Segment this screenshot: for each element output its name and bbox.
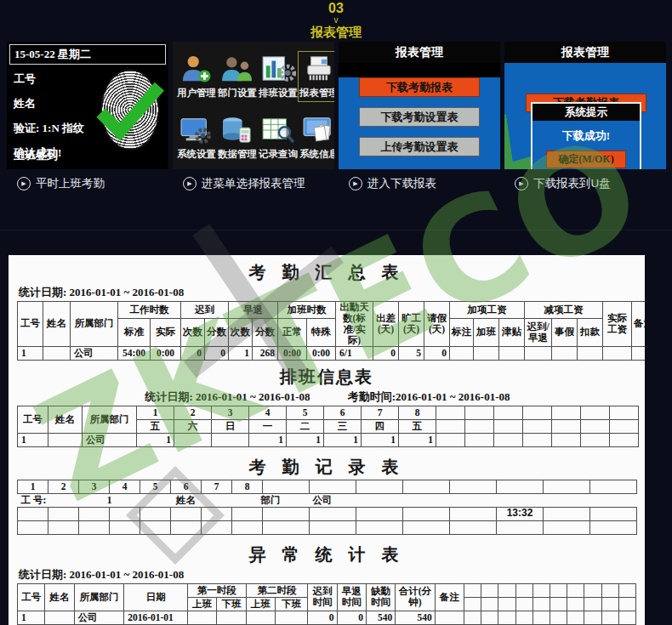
department-settings-icon <box>219 54 255 83</box>
table-cell: 实际 <box>151 318 181 346</box>
table-cell <box>403 507 450 520</box>
download-attendance-setting-button[interactable]: 下载考勤设置表 <box>359 107 480 127</box>
table-cell: 合计(分钟) <box>396 583 435 611</box>
table-cell <box>310 480 356 493</box>
table-cell: 所属部门 <box>71 302 118 347</box>
table-cell <box>140 507 171 520</box>
page-header: 03 v 报表管理 <box>0 0 672 39</box>
table-cell: 公司 <box>310 493 450 507</box>
table-row: 工号姓名所属部门工作时数迟到早退加班时数出勤天数(标准/实际)出差(天)旷工(天… <box>18 302 646 319</box>
table-cell: 0 <box>205 346 229 360</box>
table-cell <box>567 583 584 597</box>
table-cell: 工作时数 <box>118 302 181 319</box>
table-cell: 事假 <box>552 318 578 346</box>
checkin-state-label: 上班签到 <box>14 148 58 163</box>
dialog-ok-button[interactable]: 确定(M/OK) <box>546 151 626 168</box>
play-icon: ▶ <box>17 177 31 190</box>
table-cell: 公司 <box>74 611 124 624</box>
table-cell: 扣款 <box>578 318 603 346</box>
table-cell: 日期 <box>124 583 188 611</box>
table-cell: 下班 <box>275 597 307 611</box>
table-cell: 1 <box>137 433 174 446</box>
table-cell <box>584 583 601 597</box>
caption-open-menu: ▶ 进菜单选择报表管理 <box>173 176 334 191</box>
table-cell <box>187 611 216 624</box>
table-cell <box>464 597 481 611</box>
table-cell: 五 <box>137 419 174 433</box>
table-cell <box>232 520 263 534</box>
data-management-icon <box>219 116 255 145</box>
table-cell: 8 <box>399 406 436 419</box>
table-cell <box>532 611 550 624</box>
table-cell <box>450 507 497 520</box>
table-cell <box>515 597 532 611</box>
table-cell <box>436 406 465 419</box>
table-cell: 6 <box>324 406 362 419</box>
table-cell <box>552 433 581 446</box>
table-cell: 0:00 <box>151 346 181 360</box>
down-arrow: v <box>0 16 672 26</box>
table-cell: 1 <box>287 433 324 446</box>
menu-item-label: 记录查询 <box>259 148 298 161</box>
table-cell: 1 <box>18 480 48 493</box>
table-cell: 工 号: <box>18 493 79 507</box>
table-cell: 1 <box>362 433 399 446</box>
table-cell: 工号 <box>18 583 45 611</box>
table-cell <box>494 406 523 419</box>
caption-download-to-usb: ▶ 下载报表到U盘 <box>504 176 666 191</box>
menu-item-department-settings[interactable]: 部门设置 <box>217 52 258 101</box>
table-cell: 三 <box>324 419 362 433</box>
table-cell <box>202 520 232 534</box>
table-cell: 次数 <box>229 318 253 346</box>
table-cell: 二 <box>287 419 324 433</box>
table-cell <box>232 507 263 520</box>
dialog-title: 系统提示 <box>532 104 640 121</box>
step-number: 03 <box>0 2 672 16</box>
page-title: 报表管理 <box>0 26 672 39</box>
table-cell <box>497 520 544 534</box>
table-cell <box>171 507 202 520</box>
table-cell <box>356 520 403 534</box>
table-cell: 3 <box>212 406 249 419</box>
table-cell: 工号 <box>18 302 43 347</box>
table-cell: 4 <box>110 480 140 493</box>
table-cell: 3 <box>79 480 110 493</box>
table-cell: 正常 <box>278 318 307 346</box>
menu-item-report-management[interactable]: 报表管理 <box>299 52 334 101</box>
menu-item-record-query[interactable]: 记录查询 <box>258 113 299 162</box>
table-row <box>18 520 637 534</box>
user-management-icon <box>179 54 214 83</box>
system-info-icon <box>301 116 334 145</box>
screen-download-success: 报表管理 下载考勤报表 系统提示 下载成功! 确定(M/OK) <box>504 42 666 169</box>
upload-attendance-setting-button[interactable]: 上传考勤设置表 <box>359 137 480 156</box>
table-cell: 第二时段 <box>246 583 308 597</box>
table-cell <box>356 507 403 520</box>
menu-item-label: 数据管理 <box>218 148 257 161</box>
table-cell: 上班 <box>187 597 216 611</box>
screen-attendance-checkin: 15-05-22 星期二 工号 姓名 验证: 1:N 指纹 确认成功! 上班签到 <box>7 42 168 169</box>
menu-item-system-info[interactable]: 系统信息 <box>299 113 334 162</box>
table-cell: 出勤天数(标准/实际) <box>336 302 373 347</box>
menu-item-shift-settings[interactable]: 排班设置 <box>258 52 299 101</box>
table-cell <box>465 433 494 446</box>
table-cell <box>43 346 71 360</box>
menu-item-system-settings[interactable]: 系统设置 <box>176 113 217 162</box>
table-row: 工 号:1姓名部门公司 <box>18 493 637 507</box>
schedule-table-title: 排班信息表 <box>17 366 636 389</box>
table-row: 12345678 <box>18 480 637 493</box>
table-cell <box>610 406 639 419</box>
table-cell <box>212 433 249 446</box>
table-cell <box>110 507 140 520</box>
table-cell: 加项工资 <box>450 302 525 319</box>
menu-item-user-management[interactable]: 用户管理 <box>176 52 217 101</box>
table-cell <box>550 583 567 597</box>
download-attendance-report-button[interactable]: 下载考勤报表 <box>359 77 480 97</box>
table-cell <box>310 507 356 520</box>
caption-text: 进入下载报表 <box>367 176 436 191</box>
report-menu-body: 下载考勤报表 下载考勤设置表 上传考勤设置表 <box>339 77 500 169</box>
table-cell: 6/1 <box>336 346 373 360</box>
menu-item-data-management[interactable]: 数据管理 <box>217 113 258 162</box>
table-cell: 迟到 <box>181 302 229 319</box>
table-cell: 请假(天) <box>424 302 450 347</box>
menu-item-label: 系统设置 <box>177 148 216 161</box>
